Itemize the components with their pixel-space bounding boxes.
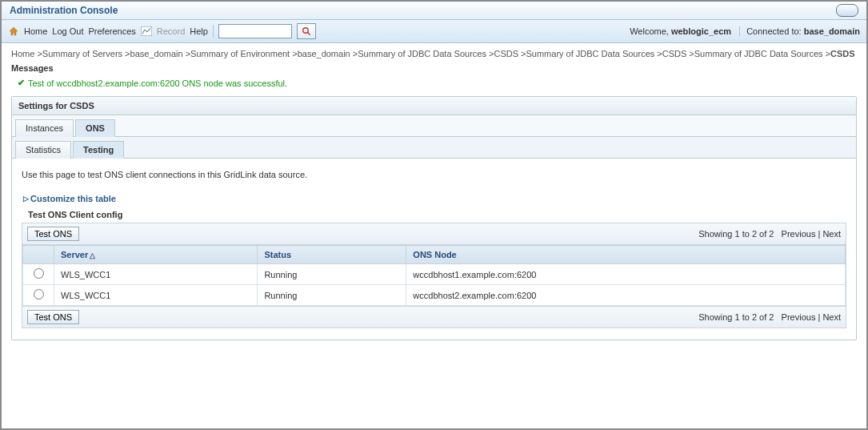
table-title: Test ONS Client config: [28, 210, 846, 219]
test-ons-button-top[interactable]: Test ONS: [27, 227, 79, 241]
pager-previous-top[interactable]: Previous: [782, 229, 816, 239]
breadcrumb: Home >Summary of Servers >base_domain >S…: [11, 48, 857, 60]
titlebar: Administration Console: [2, 2, 866, 20]
toolbar-separator: [213, 25, 214, 38]
nav-preferences[interactable]: Preferences: [88, 26, 135, 36]
success-text: Test of wccdbhost2.example.com:6200 ONS …: [28, 78, 287, 88]
row-select-radio[interactable]: [34, 289, 44, 299]
nav-record: Record: [157, 26, 185, 36]
search-button[interactable]: [297, 23, 316, 39]
success-icon: ✔: [18, 78, 25, 88]
ons-table: Server△ Status ONS Node WLS_WCC1 Running…: [22, 245, 846, 306]
cell-server: WLS_WCC1: [54, 285, 258, 306]
main-tabs: Instances ONS: [12, 115, 856, 137]
table-toolbar-top: Test ONS Showing 1 to 2 of 2 Previous | …: [22, 223, 846, 245]
expand-icon: ▷: [23, 195, 29, 203]
connected-domain: base_domain: [804, 26, 860, 36]
pager-previous-bottom[interactable]: Previous: [782, 312, 816, 322]
home-icon: [8, 26, 19, 37]
table-row: WLS_WCC1 Running wccdbhost2.example.com:…: [23, 285, 846, 306]
record-icon: [141, 26, 152, 36]
success-message: ✔ Test of wccdbhost2.example.com:6200 ON…: [18, 78, 857, 88]
connected-text: Connected to: base_domain: [739, 26, 860, 36]
nav-logout[interactable]: Log Out: [52, 26, 83, 36]
app-title: Administration Console: [10, 5, 118, 16]
svg-point-1: [303, 28, 308, 33]
table-toolbar-bottom: Test ONS Showing 1 to 2 of 2 Previous | …: [22, 306, 846, 328]
cell-status: Running: [258, 264, 406, 285]
pager-showing-top: Showing 1 to 2 of 2: [698, 229, 774, 239]
welcome-user: weblogic_ecm: [671, 26, 731, 36]
settings-panel: Settings for CSDS Instances ONS Statisti…: [11, 96, 857, 340]
cell-ons-node: wccdbhost1.example.com:6200: [406, 264, 846, 285]
col-select: [23, 246, 54, 264]
table-row: WLS_WCC1 Running wccdbhost1.example.com:…: [23, 264, 846, 285]
nav-help[interactable]: Help: [190, 26, 208, 36]
panel-title: Settings for CSDS: [12, 97, 856, 115]
customize-table-link[interactable]: ▷ Customize this table: [23, 194, 846, 203]
tab-ons[interactable]: ONS: [75, 119, 115, 137]
pager-next-bottom[interactable]: Next: [822, 312, 841, 322]
breadcrumb-current: CSDS: [830, 49, 855, 58]
oracle-logo: [836, 4, 858, 17]
pager-showing-bottom: Showing 1 to 2 of 2: [698, 312, 774, 322]
col-status[interactable]: Status: [258, 246, 406, 264]
search-icon: [302, 26, 311, 36]
sub-tabs: Statistics Testing: [12, 137, 856, 159]
nav-home[interactable]: Home: [24, 26, 47, 36]
toolbar: Home Log Out Preferences Record Help Wel…: [2, 20, 866, 43]
tab-instances[interactable]: Instances: [15, 119, 74, 137]
col-server[interactable]: Server△: [54, 246, 258, 264]
sort-asc-icon: △: [90, 251, 95, 259]
cell-status: Running: [258, 285, 406, 306]
search-input[interactable]: [218, 24, 292, 38]
page-description: Use this page to test ONS client connect…: [22, 170, 846, 179]
cell-server: WLS_WCC1: [54, 264, 258, 285]
test-ons-button-bottom[interactable]: Test ONS: [27, 310, 79, 324]
subtab-statistics[interactable]: Statistics: [15, 141, 71, 159]
messages-label: Messages: [11, 63, 857, 73]
svg-line-2: [307, 33, 310, 35]
col-ons-node[interactable]: ONS Node: [406, 246, 846, 264]
row-select-radio[interactable]: [34, 268, 44, 279]
subtab-testing[interactable]: Testing: [73, 141, 124, 159]
welcome-text: Welcome, weblogic_ecm: [630, 26, 731, 36]
data-table-wrapper: Test ONS Showing 1 to 2 of 2 Previous | …: [22, 223, 846, 328]
pager-next-top[interactable]: Next: [822, 229, 841, 239]
cell-ons-node: wccdbhost2.example.com:6200: [406, 285, 846, 306]
